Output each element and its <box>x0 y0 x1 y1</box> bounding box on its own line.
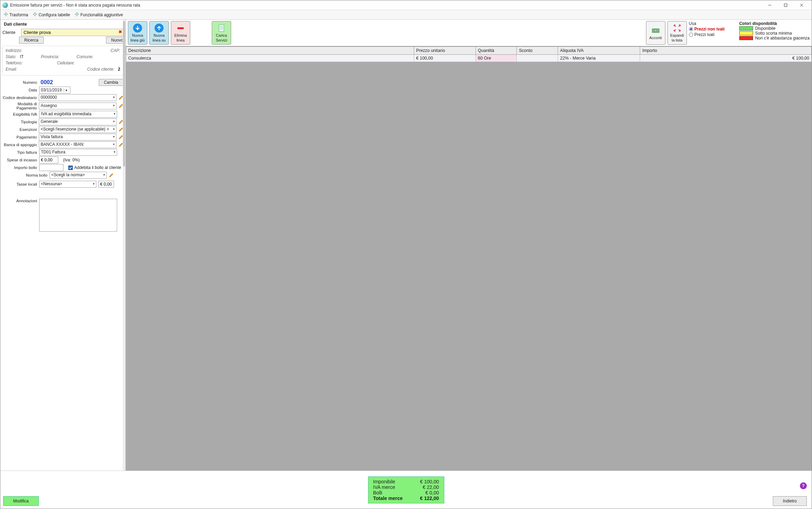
tool-label: linea su <box>152 38 166 42</box>
cell-qty[interactable]: 60 Ore <box>475 55 517 62</box>
bottombar: Modifica Imponibile€ 100,00 IVA merce€ 2… <box>0 471 812 509</box>
data-label: Data <box>2 88 37 92</box>
col-descrizione[interactable]: Descrizione <box>126 47 414 55</box>
bolli-label: Bolli <box>373 490 382 495</box>
esigibilita-select[interactable]: IVA ad esigibilità immediata <box>39 111 117 118</box>
pencil-icon[interactable] <box>109 173 114 178</box>
tipo-fattura-select[interactable]: TD01 Fattura <box>39 149 117 156</box>
cell-desc[interactable]: Consulenza <box>126 55 414 62</box>
table-row[interactable]: Consulenza € 100,00 60 Ore 22% - Merce V… <box>126 55 812 62</box>
menu-configura[interactable]: Configura tabelle <box>33 12 70 17</box>
radio-checked-icon <box>689 27 693 31</box>
spese-incasso-input[interactable] <box>39 157 58 163</box>
svg-point-13 <box>36 14 37 15</box>
legend: Colori disponibilità Disponibile Sotto s… <box>739 21 810 41</box>
cambia-button[interactable]: Cambia <box>99 79 123 86</box>
esigibilita-label: Esigibilità IVA <box>2 112 37 116</box>
cell-sconto[interactable] <box>517 55 558 62</box>
svg-point-17 <box>75 14 76 15</box>
close-button[interactable] <box>794 0 810 10</box>
radio-prezzi-non-ivati[interactable]: Prezzi non ivati <box>689 27 725 32</box>
clear-client-icon[interactable]: ✖ <box>119 29 122 34</box>
modalita-pagamento-label: Modalità di Pagamento <box>2 102 37 110</box>
data-picker[interactable]: 03/11/2019 ▾ <box>39 87 70 93</box>
tool-label: Servizi <box>216 38 227 42</box>
svg-point-7 <box>4 14 5 15</box>
col-sconto[interactable]: Sconto <box>517 47 558 55</box>
col-importo[interactable]: Importo <box>640 47 812 55</box>
importo-bollo-input[interactable] <box>39 164 63 171</box>
stato-label: Stato: <box>6 54 16 59</box>
modalita-pagamento-value: Assegno <box>41 103 57 108</box>
checkbox-checked-icon <box>68 166 73 170</box>
legend-label: Sotto scorta minima <box>755 31 792 36</box>
tasse-locali-amount[interactable] <box>98 181 114 188</box>
pagamento-select[interactable]: Vista fattura <box>39 134 116 141</box>
cell-importo[interactable]: € 100,00 <box>640 55 812 62</box>
espandi-lista-button[interactable]: Espandi la lista <box>667 21 687 45</box>
esenzioni-select[interactable]: <Scegli l'esenzione (se applicabile) > <box>39 126 116 133</box>
banca-value: BANCA XXXXX - IBAN: <box>41 142 84 147</box>
maximize-button[interactable] <box>778 0 794 10</box>
legend-title: Colori disponibilità <box>739 21 810 26</box>
svg-point-18 <box>78 14 79 15</box>
menu-funzionalita[interactable]: Funzionalità aggiuntive <box>75 12 123 17</box>
col-quantita[interactable]: Quantità <box>475 47 517 55</box>
svg-point-8 <box>7 14 8 15</box>
svg-rect-20 <box>219 25 224 32</box>
totale-value: € 122,00 <box>420 495 439 501</box>
banca-select[interactable]: BANCA XXXXX - IBAN: <box>39 141 116 148</box>
tipo-fattura-value: TD01 Fattura <box>41 150 66 154</box>
svg-point-6 <box>6 15 7 16</box>
tool-label: linea giù <box>131 38 145 42</box>
help-button[interactable]: ? <box>800 482 807 489</box>
cell-iva[interactable]: 22% - Merce Varia <box>558 55 640 62</box>
col-iva[interactable]: Aliquota IVA <box>558 47 640 55</box>
ricerca-button[interactable]: Ricerca <box>19 37 44 44</box>
svg-point-10 <box>35 12 36 14</box>
cell-prezzo[interactable]: € 100,00 <box>414 55 475 62</box>
cliente-input[interactable] <box>21 29 123 36</box>
tipo-fattura-label: Tipo fattura <box>2 150 37 154</box>
expand-icon <box>673 24 682 33</box>
arrow-up-icon <box>155 24 164 33</box>
norma-bollo-select[interactable]: <Scegli la norma> <box>50 172 107 179</box>
stato-value: IT <box>20 54 24 59</box>
svg-point-11 <box>35 15 36 16</box>
carica-servizi-button[interactable]: Carica Servizi <box>212 21 231 45</box>
radio-prezzi-ivati[interactable]: Prezzi ivati <box>689 32 725 37</box>
codice-destinatario-select[interactable]: 0000000 <box>39 94 116 101</box>
svg-point-16 <box>76 15 77 16</box>
elimina-linea-button[interactable]: Elimina linea <box>171 21 190 45</box>
modifica-button[interactable]: Modifica <box>3 496 39 506</box>
usa-box: Usa Prezzi non ivati Prezzi ivati <box>689 21 725 37</box>
nuova-linea-su-button[interactable]: Nuova linea su <box>149 21 169 45</box>
minimize-button[interactable] <box>762 0 778 10</box>
menu-trasforma[interactable]: Trasforma <box>4 12 28 17</box>
scrollbar[interactable] <box>123 20 125 471</box>
tasse-locali-select[interactable]: <Nessuna> <box>39 181 96 188</box>
modalita-pagamento-select[interactable]: Assegno <box>39 102 116 109</box>
importo-bollo-label: Importo bollo <box>2 166 37 170</box>
addebita-checkbox[interactable]: Addebita il bollo al cliente <box>68 165 121 170</box>
spese-incasso-label: Spese di incasso <box>2 158 37 162</box>
acconti-button[interactable]: Acconti <box>646 21 665 45</box>
tool-label: Nuova <box>132 33 143 37</box>
codice-destinatario-value: 0000000 <box>41 95 57 100</box>
col-prezzo[interactable]: Prezzo unitario <box>414 47 475 55</box>
imponibile-label: Imponibile <box>373 479 395 484</box>
left-panel: Dati cliente Cliente ✖ Ricerca Nuovo Ind… <box>0 20 126 471</box>
chevron-down-icon[interactable]: ▾ <box>64 88 69 92</box>
nuova-linea-giu-button[interactable]: Nuova linea giù <box>128 21 147 45</box>
indietro-button[interactable]: Indietro <box>773 496 807 506</box>
arrow-down-icon <box>133 24 142 33</box>
tool-label: Acconti <box>649 36 662 40</box>
usa-title: Usa <box>689 21 725 26</box>
tipologia-select[interactable]: Generale <box>39 118 116 125</box>
panel-title: Dati cliente <box>2 21 123 27</box>
cliente-label: Cliente <box>2 30 19 35</box>
annotazioni-textarea[interactable] <box>39 199 117 232</box>
banca-label: Banca di appoggio <box>2 143 37 147</box>
data-grid[interactable]: Descrizione Prezzo unitario Quantità Sco… <box>126 46 812 471</box>
menu-configura-label: Configura tabelle <box>38 12 70 17</box>
